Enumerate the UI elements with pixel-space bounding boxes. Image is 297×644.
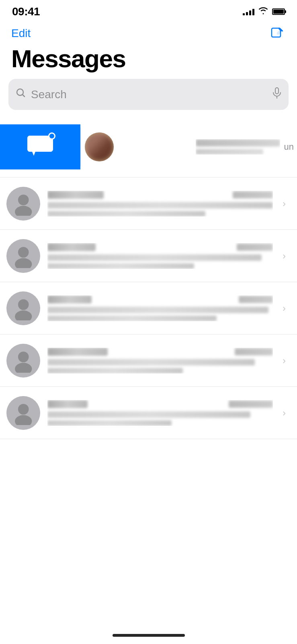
message-preview-1 (47, 359, 255, 365)
pinned-active-item[interactable] (0, 124, 80, 169)
status-time: 09:41 (12, 5, 40, 18)
chevron-right-icon: › (283, 355, 286, 366)
message-preview-1 (47, 411, 250, 418)
mic-icon (272, 87, 281, 101)
message-preview-2 (47, 263, 194, 269)
status-icons (243, 7, 285, 17)
message-time (239, 296, 273, 303)
contact-name (47, 295, 92, 303)
person-icon (11, 296, 35, 320)
svg-point-6 (18, 247, 29, 258)
svg-point-13 (15, 415, 32, 425)
svg-rect-2 (275, 88, 279, 94)
avatar (6, 239, 40, 273)
notification-dot (48, 132, 55, 140)
svg-point-11 (15, 363, 32, 373)
message-item[interactable]: › (0, 178, 297, 230)
wifi-icon (258, 7, 268, 17)
message-time (229, 400, 273, 408)
message-time (235, 348, 273, 355)
search-bar[interactable]: Search (8, 79, 289, 110)
avatar (6, 187, 40, 221)
chevron-right-icon: › (283, 198, 286, 209)
search-icon (16, 88, 26, 101)
contact-name (47, 243, 96, 251)
svg-point-10 (18, 352, 29, 363)
person-icon (11, 400, 35, 425)
home-indicator (113, 634, 185, 637)
un-label: un (284, 142, 294, 152)
message-item[interactable]: › (0, 334, 297, 387)
avatar (6, 344, 40, 378)
status-bar: 09:41 (0, 0, 297, 22)
chevron-right-icon: › (283, 250, 286, 262)
message-time (233, 191, 273, 198)
person-icon (11, 348, 35, 372)
battery-icon (272, 8, 285, 15)
page-title: Messages (0, 43, 297, 79)
messages-bubble-icon (27, 134, 54, 160)
message-preview-1 (47, 202, 273, 208)
message-item[interactable]: › (0, 387, 297, 439)
signal-icon (243, 8, 254, 15)
chevron-right-icon: › (283, 407, 286, 419)
svg-point-8 (18, 299, 29, 310)
svg-point-7 (15, 258, 32, 268)
avatar (6, 396, 40, 430)
message-item[interactable]: › (0, 282, 297, 334)
message-preview-2 (47, 316, 217, 321)
message-preview-2 (47, 420, 172, 426)
svg-point-12 (18, 404, 29, 415)
person-icon (11, 244, 35, 268)
message-time (237, 244, 273, 251)
avatar (6, 291, 40, 325)
edit-button[interactable]: Edit (11, 27, 31, 40)
pinned-contact-avatar-1 (85, 132, 114, 161)
pinned-row: un (0, 116, 297, 178)
message-item[interactable]: › (0, 230, 297, 282)
header-row: Edit (0, 22, 297, 43)
message-list: › › (0, 178, 297, 439)
compose-icon (270, 27, 284, 40)
contact-name (47, 348, 108, 356)
svg-point-5 (15, 206, 32, 216)
chevron-right-icon: › (283, 303, 286, 314)
pinned-contact-2[interactable]: un (193, 116, 297, 177)
person-icon (11, 191, 35, 215)
contact-name (47, 191, 104, 199)
message-preview-1 (47, 307, 268, 313)
contact-name (47, 400, 88, 408)
message-preview-2 (47, 368, 183, 374)
compose-button[interactable] (269, 25, 286, 42)
message-preview-2 (47, 211, 205, 217)
search-container: Search (0, 79, 297, 116)
svg-point-9 (15, 311, 32, 320)
svg-point-4 (18, 195, 29, 206)
search-placeholder: Search (31, 88, 268, 101)
message-preview-1 (47, 254, 262, 261)
